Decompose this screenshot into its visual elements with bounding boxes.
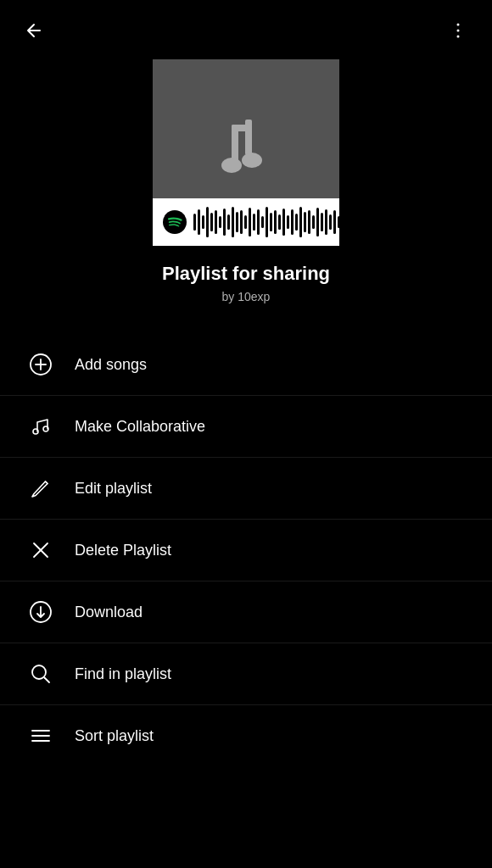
- menu-item-sort-playlist[interactable]: Sort playlist: [0, 705, 492, 766]
- spotify-code-bar: [153, 198, 339, 246]
- playlist-author: by 10exp: [222, 290, 271, 303]
- menu-label-add-songs: Add songs: [75, 356, 147, 374]
- music-note-icon: [208, 114, 284, 191]
- menu-item-delete-playlist[interactable]: Delete Playlist: [0, 520, 492, 581]
- download-circle-icon: [27, 598, 54, 626]
- x-icon: [27, 537, 54, 564]
- back-button[interactable]: [17, 14, 51, 47]
- menu-item-make-collaborative[interactable]: Make Collaborative: [0, 396, 492, 458]
- svg-point-17: [32, 665, 46, 679]
- menu-label-download: Download: [75, 604, 143, 621]
- svg-point-2: [457, 36, 460, 38]
- menu-item-add-songs[interactable]: Add songs: [0, 334, 492, 396]
- more-options-button[interactable]: [441, 14, 475, 47]
- content-area: Playlist for sharing by 10exp Add songs …: [0, 0, 492, 766]
- music-note-icon: [27, 413, 54, 440]
- menu-label-find-in-playlist: Find in playlist: [75, 665, 171, 683]
- pencil-icon: [27, 475, 54, 502]
- svg-rect-5: [232, 125, 252, 131]
- menu-item-find-in-playlist[interactable]: Find in playlist: [0, 643, 492, 705]
- menu-label-sort-playlist: Sort playlist: [75, 727, 154, 745]
- menu-item-edit-playlist[interactable]: Edit playlist: [0, 458, 492, 520]
- album-art: [153, 59, 339, 246]
- sort-icon: [27, 722, 54, 749]
- svg-point-1: [457, 30, 460, 32]
- svg-line-18: [45, 678, 50, 683]
- plus-circle-icon: [27, 351, 54, 378]
- svg-point-7: [242, 153, 262, 168]
- header: [0, 0, 492, 61]
- svg-point-0: [457, 24, 460, 26]
- menu-label-make-collaborative: Make Collaborative: [75, 418, 205, 436]
- playlist-title: Playlist for sharing: [162, 263, 330, 285]
- menu-label-delete-playlist: Delete Playlist: [75, 542, 171, 559]
- search-icon: [27, 660, 54, 687]
- back-arrow-icon: [24, 20, 44, 41]
- spotify-logo: [163, 210, 187, 234]
- menu-list: Add songs Make Collaborative Edit playli…: [0, 334, 492, 766]
- menu-item-download[interactable]: Download: [0, 581, 492, 643]
- menu-label-edit-playlist: Edit playlist: [75, 480, 152, 498]
- svg-point-6: [221, 158, 242, 173]
- three-dots-icon: [448, 20, 468, 41]
- barcode-lines: [193, 207, 361, 237]
